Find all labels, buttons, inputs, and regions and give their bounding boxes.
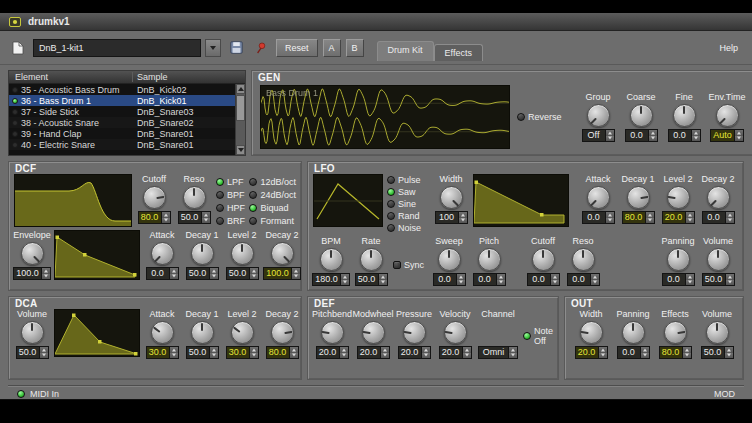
element-row[interactable]: 37 - Side StickDnB_Snare03	[9, 106, 245, 117]
dcf-reso-spinbox[interactable]: 50.0	[178, 211, 211, 224]
spin-arrows[interactable]	[201, 212, 210, 223]
spin-arrows[interactable]	[249, 347, 258, 358]
dcf-level2-knob[interactable]	[231, 242, 254, 265]
delete-preset-pin-icon[interactable]	[251, 38, 271, 58]
def-modwheel-spinbox[interactable]: 20.0	[357, 346, 390, 359]
spin-arrows[interactable]	[380, 347, 389, 358]
spin-arrows[interactable]	[605, 212, 614, 223]
spin-arrows[interactable]	[169, 347, 178, 358]
spin-down-icon[interactable]	[341, 280, 349, 286]
spin-arrows[interactable]	[458, 212, 467, 223]
dcf-cutoff-spinbox[interactable]: 80.0	[138, 211, 171, 224]
spin-arrows[interactable]	[41, 268, 50, 279]
spin-arrows[interactable]	[691, 130, 700, 141]
lfo-decay2-knob[interactable]	[707, 186, 730, 209]
lfo-wave-display[interactable]	[313, 174, 383, 227]
dcf-12db-oct-radio[interactable]: 12dB/oct	[249, 176, 296, 187]
spin-down-icon[interactable]	[735, 136, 743, 142]
dcf-filter-display[interactable]	[14, 174, 132, 227]
spin-arrows[interactable]	[598, 347, 607, 358]
sample-waveform-display[interactable]: Bass Drum 1	[260, 85, 510, 149]
def-velocity-spinbox[interactable]: 20.0	[439, 346, 472, 359]
spin-down-icon[interactable]	[725, 353, 733, 359]
dcf-biquad-radio[interactable]: Biquad	[249, 202, 296, 213]
def-velocity-knob[interactable]	[444, 321, 467, 344]
spin-arrows[interactable]	[648, 130, 657, 141]
spin-down-icon[interactable]	[686, 218, 694, 224]
lfo-panning-spinbox[interactable]: 0.0	[662, 273, 695, 286]
spin-down-icon[interactable]	[606, 218, 614, 224]
gen-env-time-knob[interactable]	[716, 104, 739, 127]
spin-down-icon[interactable]	[250, 274, 258, 280]
spin-arrows[interactable]	[209, 347, 218, 358]
spin-down-icon[interactable]	[340, 353, 348, 359]
lfo-attack-knob[interactable]	[587, 186, 610, 209]
dcf-decay1-spinbox[interactable]: 50.0	[186, 267, 219, 280]
spin-down-icon[interactable]	[292, 274, 300, 280]
dca-volume-spinbox[interactable]: 50.0	[16, 346, 49, 359]
spin-down-icon[interactable]	[641, 353, 649, 359]
dcf-level2-spinbox[interactable]: 50.0	[226, 267, 259, 280]
lfo-pulse-radio[interactable]: Pulse	[387, 174, 429, 185]
dcf-decay1-knob[interactable]	[191, 242, 214, 265]
spin-arrows[interactable]	[508, 347, 517, 358]
out-volume-spinbox[interactable]: 50.0	[701, 346, 734, 359]
dcf-24db-oct-radio[interactable]: 24dB/oct	[249, 189, 296, 200]
lfo-bpm-knob[interactable]	[320, 248, 343, 271]
spin-down-icon[interactable]	[42, 274, 50, 280]
spin-arrows[interactable]	[421, 347, 430, 358]
gen-coarse-spinbox[interactable]: 0.0	[625, 129, 658, 142]
spin-down-icon[interactable]	[381, 353, 389, 359]
spin-arrows[interactable]	[685, 274, 694, 285]
spin-down-icon[interactable]	[422, 353, 430, 359]
out-width-spinbox[interactable]: 20.0	[575, 346, 608, 359]
titlebar[interactable]: drumkv1	[0, 13, 752, 31]
spin-down-icon[interactable]	[591, 280, 599, 286]
spin-down-icon[interactable]	[463, 353, 471, 359]
spin-down-icon[interactable]	[509, 353, 517, 359]
lfo-noise-radio[interactable]: Noise	[387, 222, 429, 233]
compare-a-button[interactable]: A	[323, 39, 341, 57]
spin-down-icon[interactable]	[210, 353, 218, 359]
spin-arrows[interactable]	[456, 274, 465, 285]
tab-drum-kit[interactable]: Drum Kit	[377, 41, 434, 61]
dca-decay2-spinbox[interactable]: 80.0	[266, 346, 299, 359]
spin-arrows[interactable]	[39, 347, 48, 358]
def-modwheel-knob[interactable]	[362, 321, 385, 344]
out-panning-knob[interactable]	[622, 321, 645, 344]
gen-group-spinbox[interactable]: Off	[582, 129, 615, 142]
spin-arrows[interactable]	[550, 274, 559, 285]
dcf-brf-radio[interactable]: BRF	[216, 215, 245, 226]
lfo-saw-radio[interactable]: Saw	[387, 186, 429, 197]
lfo-sweep-knob[interactable]	[438, 248, 461, 271]
dcf-reso-knob[interactable]	[183, 186, 206, 209]
dca-decay1-knob[interactable]	[191, 321, 214, 344]
spin-down-icon[interactable]	[692, 136, 700, 142]
spin-arrows[interactable]	[734, 130, 743, 141]
gen-group-knob[interactable]	[587, 104, 610, 127]
dcf-formant-radio[interactable]: Formant	[249, 215, 296, 226]
note-off-radio[interactable]: Note Off	[523, 330, 553, 341]
lfo-width-knob[interactable]	[440, 186, 463, 209]
spin-arrows[interactable]	[169, 268, 178, 279]
def-pressure-spinbox[interactable]: 20.0	[398, 346, 431, 359]
spin-down-icon[interactable]	[40, 353, 48, 359]
lfo-cutoff-spinbox[interactable]: 0.0	[527, 273, 560, 286]
gen-fine-knob[interactable]	[673, 104, 696, 127]
spin-arrows[interactable]	[685, 212, 694, 223]
dca-envelope-display[interactable]	[54, 309, 140, 357]
column-element[interactable]: Element	[9, 72, 133, 82]
lfo-level2-spinbox[interactable]: 20.0	[662, 211, 695, 224]
spin-arrows[interactable]	[640, 347, 649, 358]
dcf-envelope-spinbox[interactable]: 100.0	[13, 267, 51, 280]
spin-down-icon[interactable]	[683, 353, 691, 359]
spin-down-icon[interactable]	[686, 280, 694, 286]
lfo-rate-knob[interactable]	[360, 248, 383, 271]
lfo-decay1-spinbox[interactable]: 80.0	[622, 211, 655, 224]
spin-down-icon[interactable]	[379, 280, 387, 286]
gen-fine-spinbox[interactable]: 0.0	[668, 129, 701, 142]
spin-arrows[interactable]	[209, 268, 218, 279]
dca-level2-spinbox[interactable]: 30.0	[226, 346, 259, 359]
lfo-reso-knob[interactable]	[572, 248, 595, 271]
spin-down-icon[interactable]	[202, 218, 210, 224]
